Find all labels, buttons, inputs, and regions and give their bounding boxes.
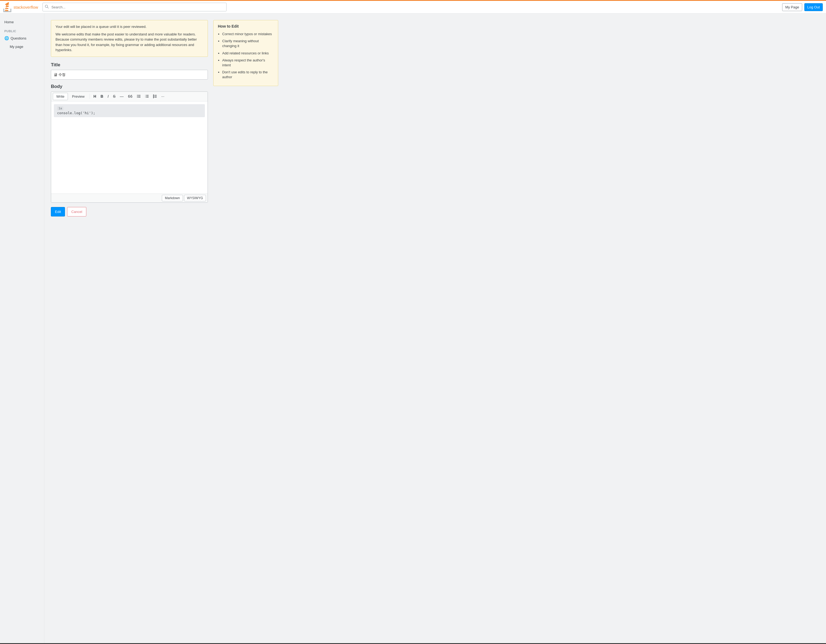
title-row: Title <box>51 62 208 79</box>
strikethrough-button[interactable]: S <box>111 93 118 99</box>
divider-button[interactable]: — <box>118 93 126 99</box>
list-ordered-button[interactable]: 1.2.3. <box>143 93 151 99</box>
tip-4: Always respect the author's intent <box>222 58 273 68</box>
form-section: Your edit will be placed in a queue unti… <box>51 20 208 216</box>
editor-wrapper: Write Preview H B I S — 66 <box>51 92 208 203</box>
how-to-edit-title: How to Edit <box>218 24 273 28</box>
logo-overflow: overflow <box>23 5 38 9</box>
logout-button[interactable]: Log Out <box>804 3 823 11</box>
tip-2: Clarify meaning without changing it <box>222 39 273 48</box>
svg-rect-9 <box>146 96 149 96</box>
wysiwyg-button[interactable]: WYSIWYG <box>184 195 206 201</box>
cancel-button[interactable]: Cancel <box>67 207 86 216</box>
editor-footer: Markdown WYSIWYG <box>51 194 208 202</box>
preview-tab[interactable]: Preview <box>68 93 88 100</box>
svg-rect-3 <box>138 96 140 96</box>
svg-rect-17 <box>154 97 157 98</box>
bold-button[interactable]: B <box>98 93 105 99</box>
how-to-edit-panel: How to Edit Correct minor typos or mista… <box>213 20 278 86</box>
code-content: console.log('hi'); <box>57 111 202 115</box>
notice-box: Your edit will be placed in a queue unti… <box>51 20 208 57</box>
svg-rect-16 <box>154 96 157 96</box>
line-number-indicator: 1a <box>57 106 63 110</box>
logo-text: stackoverflow <box>14 5 38 9</box>
sidebar-section-public: PUBLIC <box>0 26 44 34</box>
title-input[interactable] <box>51 70 208 79</box>
markdown-button[interactable]: Markdown <box>162 195 183 201</box>
heading-button[interactable]: H <box>92 93 98 99</box>
svg-point-5 <box>137 95 138 96</box>
notice-line1: Your edit will be placed in a queue unti… <box>56 24 203 29</box>
search-icon <box>45 5 49 9</box>
svg-point-6 <box>137 96 138 96</box>
tip-5: Don't use edits to reply to the author <box>222 70 273 79</box>
body-row: Body Write Preview H B I S — 66 <box>51 84 208 203</box>
editor-body[interactable]: 1a console.log('hi'); <box>51 101 208 194</box>
svg-rect-2 <box>138 95 140 96</box>
action-row: Edit Cancel <box>51 207 208 216</box>
svg-rect-8 <box>146 95 149 96</box>
how-to-edit-list: Correct minor typos or mistakes Clarify … <box>218 32 273 80</box>
form-and-panel: Your edit will be placed in a queue unti… <box>51 20 820 216</box>
main-layout: Home PUBLIC 🌐 Questions My page Your edi… <box>0 14 826 643</box>
header-actions: My Page Log Out <box>782 3 823 11</box>
globe-icon: 🌐 <box>4 36 9 40</box>
svg-rect-10 <box>146 97 149 98</box>
code-line-numbers: 1a <box>57 106 202 110</box>
write-tab[interactable]: Write <box>53 93 68 100</box>
toolbar-separator-1 <box>90 94 90 99</box>
svg-rect-14 <box>153 95 154 98</box>
sidebar-item-home[interactable]: Home <box>0 18 44 26</box>
content-area: Your edit will be placed in a queue unti… <box>44 14 826 643</box>
sidebar-questions-label: Questions <box>11 36 26 40</box>
svg-point-7 <box>137 97 138 98</box>
code-block: 1a console.log('hi'); <box>54 104 205 117</box>
tip-3: Add related resources or links <box>222 51 273 56</box>
logo-stack: stack <box>14 5 23 9</box>
search-input[interactable] <box>42 3 227 11</box>
body-label: Body <box>51 84 208 89</box>
sidebar-item-questions[interactable]: 🌐 Questions <box>0 34 44 42</box>
my-page-button[interactable]: My Page <box>782 3 802 11</box>
svg-text:3.: 3. <box>145 96 146 98</box>
editor-toolbar: Write Preview H B I S — 66 <box>51 92 208 101</box>
search-bar <box>42 3 227 11</box>
notice-line2: We welcome edits that make the post easi… <box>56 32 203 53</box>
code-button[interactable]: 66 <box>126 93 135 99</box>
logo-area: stackoverflow <box>3 2 38 12</box>
tip-1: Correct minor typos or mistakes <box>222 32 273 37</box>
stackoverflow-logo-icon <box>3 2 12 12</box>
svg-rect-4 <box>138 97 140 98</box>
italic-button[interactable]: I <box>106 93 111 99</box>
svg-rect-15 <box>154 95 157 96</box>
edit-button[interactable]: Edit <box>51 207 65 216</box>
sidebar-item-mypage[interactable]: My page <box>0 42 44 51</box>
blockquote-button[interactable] <box>151 93 159 99</box>
header: stackoverflow My Page Log Out <box>0 0 826 14</box>
list-unordered-button[interactable] <box>135 93 143 99</box>
svg-line-1 <box>47 7 48 8</box>
sidebar: Home PUBLIC 🌐 Questions My page <box>0 14 44 643</box>
title-label: Title <box>51 62 208 68</box>
more-button[interactable]: ··· <box>159 93 166 99</box>
